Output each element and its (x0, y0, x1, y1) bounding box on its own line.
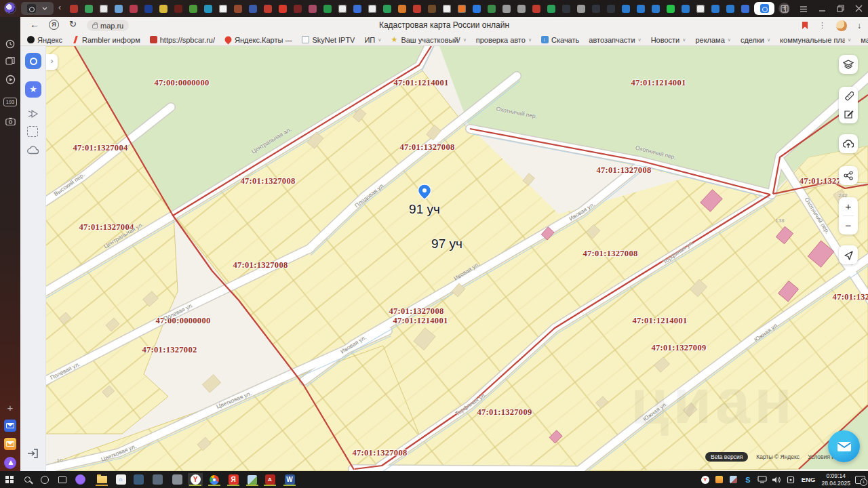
bookmark-item[interactable]: реклама∨ (695, 36, 731, 44)
speaker-icon[interactable] (772, 475, 781, 485)
alice-taskbar-icon[interactable] (73, 473, 87, 486)
cortana-icon[interactable] (37, 473, 52, 486)
close-icon[interactable] (855, 5, 863, 12)
browser-tab[interactable] (126, 0, 141, 17)
address-bar[interactable]: map.ru (87, 20, 129, 31)
bookmark-item[interactable]: автозапчасти∨ (589, 36, 641, 44)
browser-tab[interactable] (275, 0, 290, 17)
browser-tab[interactable] (141, 0, 156, 17)
layers-button[interactable] (839, 55, 858, 74)
browser-tab[interactable] (544, 0, 559, 17)
menu-icon[interactable] (800, 5, 808, 12)
browser-tab[interactable] (186, 0, 201, 17)
fax-printer-icon[interactable] (170, 473, 184, 486)
browser-tab[interactable] (171, 0, 186, 17)
browser-tab[interactable] (81, 0, 96, 17)
active-tab[interactable] (754, 2, 774, 15)
tray-remote-icon[interactable] (757, 475, 767, 485)
store-icon[interactable]: ⌂ (113, 473, 128, 486)
tray-mail-icon[interactable] (715, 475, 724, 485)
bookmark-item[interactable]: коммунальные плат∨ (780, 36, 851, 44)
tray-app-icon[interactable] (786, 475, 795, 485)
bookmark-item[interactable]: Rambler информ (72, 36, 140, 44)
browser-tab[interactable] (410, 0, 425, 17)
task-view-icon[interactable] (55, 473, 70, 486)
bookmark-item[interactable]: сделки∨ (741, 36, 770, 44)
profile-avatar[interactable] (4, 2, 16, 14)
file-explorer-icon[interactable] (94, 473, 109, 486)
browser-tab[interactable] (320, 0, 335, 17)
area-select-icon[interactable] (27, 126, 38, 137)
browser-tab[interactable] (260, 0, 275, 17)
bookmark-item[interactable]: Скачать (541, 36, 579, 44)
panel-expand-button[interactable]: › (46, 54, 58, 70)
browser-tab[interactable] (499, 0, 514, 17)
bookmark-item[interactable]: SkyNet IPTV (302, 36, 355, 44)
tray-yandex-icon[interactable]: Y (701, 475, 710, 485)
browser-tab[interactable] (201, 0, 216, 17)
site-logo-icon[interactable] (25, 53, 41, 69)
yandex-app-icon[interactable]: Я (226, 473, 241, 486)
tray-skype-icon[interactable]: S (743, 475, 753, 485)
browser-tab[interactable] (574, 0, 589, 17)
favorites-button[interactable]: ★ (25, 81, 41, 98)
browser-tab[interactable] (663, 0, 678, 17)
extensions-menu-icon[interactable]: ⋮ (818, 21, 826, 30)
browser-tab[interactable] (469, 0, 484, 17)
yandex-mail-icon[interactable] (4, 438, 16, 450)
browser-tab[interactable] (648, 0, 663, 17)
browser-tab[interactable] (231, 0, 245, 17)
browser-tab[interactable] (395, 0, 410, 17)
bookmark-item[interactable]: ИП∨ (364, 36, 381, 44)
bookmark-item[interactable]: Ваш участковый/∨ (391, 36, 466, 44)
downloads-icon[interactable]: ↓ (857, 21, 861, 30)
share-megaphone-icon[interactable] (27, 108, 39, 122)
ruler-button[interactable] (844, 91, 854, 101)
taskbar-clock[interactable]: 0:09:14 28.04.2025 (821, 472, 850, 487)
notification-center-icon[interactable] (855, 476, 865, 484)
map-viewport[interactable] (20, 46, 868, 471)
yandex-browser-icon[interactable]: Y (188, 473, 203, 486)
chrome-icon[interactable] (207, 473, 222, 486)
user-avatar[interactable] (836, 20, 847, 31)
browser-tab[interactable] (738, 0, 753, 17)
browser-tab[interactable] (618, 0, 633, 17)
browser-tab[interactable] (216, 0, 231, 17)
settings-app-icon[interactable] (131, 473, 146, 486)
side-panel-toggle-icon[interactable] (781, 5, 789, 13)
phone-link-icon[interactable] (150, 473, 165, 486)
browser-tab[interactable] (439, 0, 454, 17)
browser-tab[interactable] (708, 0, 723, 17)
browser-tab[interactable] (633, 0, 648, 17)
browser-tab[interactable] (96, 0, 111, 17)
upload-button[interactable] (839, 134, 858, 153)
photos-icon[interactable] (245, 473, 260, 486)
tab-scroll-left[interactable]: ‹ (58, 3, 61, 12)
cloud-icon[interactable] (27, 145, 39, 157)
locate-button[interactable] (839, 245, 858, 264)
add-panel-icon[interactable]: + (0, 402, 20, 413)
map-canvas[interactable] (20, 46, 868, 471)
alice-assistant-icon[interactable] (4, 457, 16, 469)
browser-tab[interactable] (111, 0, 126, 17)
screenshot-icon[interactable] (0, 115, 20, 127)
minimize-icon[interactable] (818, 5, 826, 12)
browser-tab[interactable] (723, 0, 738, 17)
search-icon[interactable] (20, 473, 35, 486)
tabs-panel-icon[interactable] (0, 54, 20, 66)
restore-icon[interactable] (837, 5, 844, 12)
bookmark-item[interactable]: Яндекс (27, 36, 62, 44)
zoom-out-button[interactable]: − (839, 216, 858, 235)
browser-tab[interactable] (350, 0, 365, 17)
bookmark-item[interactable]: Яндекс.Карты — (224, 36, 292, 44)
bookmark-item[interactable]: проверка авто∨ (476, 36, 532, 44)
browser-tab[interactable] (335, 0, 350, 17)
browser-tab[interactable] (529, 0, 544, 17)
browser-tab[interactable] (693, 0, 708, 17)
exit-icon[interactable] (27, 448, 39, 462)
tray-photos-icon[interactable] (729, 475, 738, 485)
language-indicator[interactable]: ENG (800, 476, 817, 483)
browser-tab[interactable] (514, 0, 529, 17)
bookmark-flag-icon[interactable] (802, 21, 808, 30)
browser-tab[interactable] (454, 0, 469, 17)
